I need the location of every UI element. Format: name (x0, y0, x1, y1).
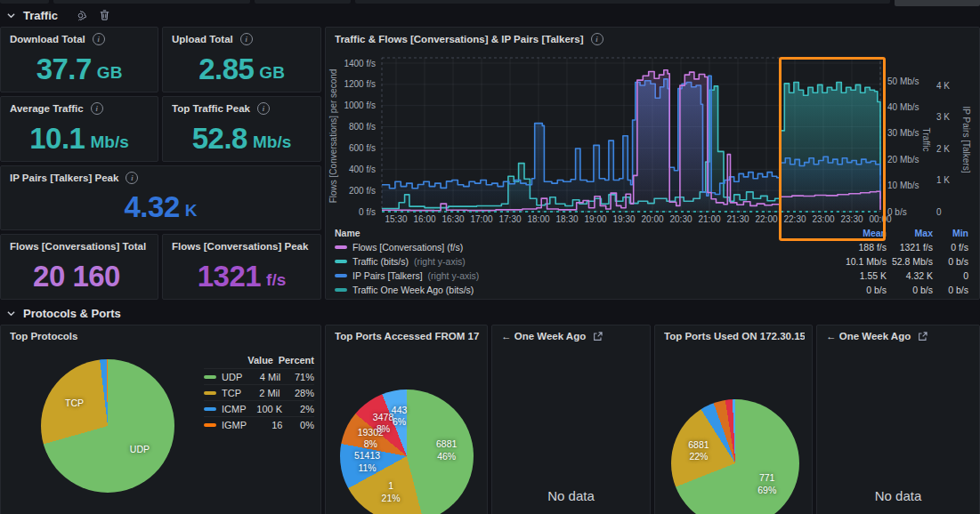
stat-unit: GB (97, 57, 123, 81)
timeseries-panel[interactable]: Traffic & Flows [Conversations] & IP Pai… (325, 27, 980, 300)
pie-legend-series-name[interactable]: TCP (204, 388, 241, 398)
pie-legend-percent: 2% (282, 404, 314, 414)
legend-swatch (204, 407, 216, 411)
stat-panel-top-traffic-peak[interactable]: Top Traffic Peaki 52.8Mb/s (162, 96, 321, 162)
legend-value: 4.32 K (887, 270, 933, 281)
section-header-traffic[interactable]: Traffic (7, 8, 109, 22)
stat-unit: f/s (266, 264, 286, 288)
external-link-icon[interactable] (918, 332, 927, 341)
pie-slice-label: TCP (65, 398, 84, 410)
legend-series-name[interactable]: Flows [Conversations] (f/s) (335, 242, 815, 253)
pie-legend-value: 4 Mil (242, 372, 280, 382)
pie-chart-ports-on[interactable]: 77169%688122% (671, 399, 799, 514)
stat-panel-ip-pairs-peak[interactable]: IP Pairs [Talkers] Peaki 4.32K (0, 165, 321, 230)
legend-series-name[interactable]: Traffic One Week Ago (bits/s) (335, 285, 815, 295)
axis-tick-label: 20:00 (641, 214, 663, 224)
annotation-region[interactable] (779, 57, 886, 241)
stat-value: 52.8 (192, 124, 247, 153)
panel-title: ← One Week Ago (501, 331, 586, 341)
stat-panel-upload-total[interactable]: Upload Totali 2.85GB (162, 27, 321, 92)
axis-tick-label: 4 K (936, 81, 950, 91)
pie-legend-series-name[interactable]: ICMP (204, 404, 247, 414)
panel-title: Average Traffic (10, 103, 84, 114)
legend-swatch (335, 260, 347, 263)
info-icon[interactable]: i (126, 172, 138, 184)
legend-row: Flows [Conversations] (f/s)188 f/s1321 f… (335, 240, 968, 254)
axis-tick-label: 800 f/s (349, 122, 376, 132)
stat-panel-average-traffic[interactable]: Average Traffici 10.1Mb/s (0, 96, 158, 162)
stat-panel-flows-total[interactable]: Flows [Conversations] Totali 20 160 (0, 234, 158, 300)
pie-legend-series-name[interactable]: IGMP (204, 420, 247, 430)
legend-swatch (335, 245, 347, 249)
pie-legend-percent: 0% (282, 420, 314, 430)
stat-panel-download-total[interactable]: Download Totali 37.7GB (0, 27, 158, 92)
stat-panel-flows-peak[interactable]: Flows [Conversations] Peaki 1321f/s (162, 234, 321, 300)
section-header-protocols-ports[interactable]: Protocols & Ports (7, 306, 121, 320)
section-title: Traffic (23, 9, 58, 22)
external-link-icon[interactable] (593, 332, 603, 341)
pie-chart-protocols[interactable]: UDPTCP (41, 359, 174, 493)
pie-slice-label: 688122% (688, 439, 709, 463)
gear-icon[interactable] (75, 10, 86, 21)
axis-title: Flows [Conversations] per second (328, 69, 338, 204)
pie-panel-top-protocols[interactable]: Top Protocols UDPTCP ValuePercentUDP4 Mi… (0, 325, 321, 514)
pie-chart-ports-from[interactable]: 688146%121%5141311%193028%34788%4436% (340, 390, 474, 514)
stat-unit: Mb/s (90, 126, 128, 150)
legend-series-name[interactable]: IP Pairs [Talkers](right y-axis) (335, 270, 815, 281)
clipped-panel-edge (0, 0, 49, 4)
legend-value: 188 f/s (815, 242, 887, 253)
pie-legend-row: IGMP160% (204, 416, 314, 432)
panel-one-week-ago-2[interactable]: ← One Week Ago No data (816, 325, 980, 514)
legend-row: IP Pairs [Talkers](right y-axis)1.55 K4.… (335, 269, 968, 283)
legend-value: 52.8 Mb/s (887, 256, 933, 267)
stat-value: 20 160 (33, 261, 120, 291)
axis-tick-label: 17:30 (498, 214, 521, 224)
info-icon[interactable]: i (93, 33, 105, 45)
panel-title: IP Pairs [Talkers] Peak (10, 173, 118, 183)
info-icon[interactable]: i (257, 102, 270, 115)
pie-slice-label: 34788% (373, 412, 393, 436)
stat-value: 2.85 (198, 54, 254, 84)
legend-swatch (204, 391, 216, 395)
stat-unit: GB (259, 57, 285, 81)
legend-swatch (204, 423, 216, 427)
pie-legend-series-name[interactable]: UDP (204, 372, 242, 382)
pie-legend-row: ICMP100 K2% (204, 400, 314, 416)
pie-legend-row: UDP4 Mil71% (204, 368, 314, 384)
pie-slice-label: 4436% (392, 405, 408, 429)
info-icon[interactable]: i (91, 102, 103, 115)
no-data-message: No data (492, 488, 650, 503)
pie-slice-label: 688146% (436, 439, 457, 463)
pie-legend-percent: 71% (280, 372, 314, 382)
panel-title: Flows [Conversations] Total (10, 241, 146, 252)
trash-icon[interactable] (100, 10, 109, 20)
legend-value: 0 f/s (933, 242, 968, 253)
axis-tick-label: 50 Mb/s (887, 76, 919, 86)
legend-value: 0 b/s (933, 256, 968, 267)
pie-legend: ValuePercentUDP4 Mil71%TCP2 Mil28%ICMP10… (204, 352, 314, 432)
panel-title: ← One Week Ago (826, 331, 911, 341)
axis-tick-label: 40 Mb/s (887, 102, 919, 112)
pie-panel-top-ports-on[interactable]: Top Ports Used ON 172.30.15 77169%688122… (654, 325, 813, 514)
pie-legend-header: ValuePercent (204, 352, 314, 368)
legend-swatch (335, 288, 347, 292)
stat-value: 4.32 (125, 192, 180, 221)
legend-series-name[interactable]: Traffic (bits/s)(right y-axis) (335, 256, 815, 267)
axis-tick-label: 1200 f/s (344, 79, 376, 89)
axis-tick-label: 16:00 (413, 214, 435, 224)
axis-tick-label: 18:00 (527, 214, 549, 224)
panel-one-week-ago-1[interactable]: ← One Week Ago No data (491, 325, 651, 514)
axis-tick-label: 21:30 (726, 214, 749, 224)
axis-tick-label: 20 Mb/s (887, 155, 919, 165)
clipped-panel-edge (53, 0, 250, 4)
dashboard: Traffic Download Totali 37.7GB Upload To… (0, 0, 980, 514)
legend-value: 0 b/s (887, 285, 933, 295)
panel-title: Download Total (10, 34, 85, 44)
pie-panel-top-ports-from[interactable]: Top Ports Accessed FROM 17 688146%121%51… (325, 325, 488, 514)
legend-value: 0 b/s (815, 285, 887, 295)
axis-tick-label: 15:30 (385, 214, 407, 224)
info-icon[interactable]: i (240, 33, 253, 45)
axis-tick-label: 1400 f/s (344, 59, 376, 68)
legend-swatch (335, 274, 347, 277)
section-title: Protocols & Ports (23, 307, 121, 320)
